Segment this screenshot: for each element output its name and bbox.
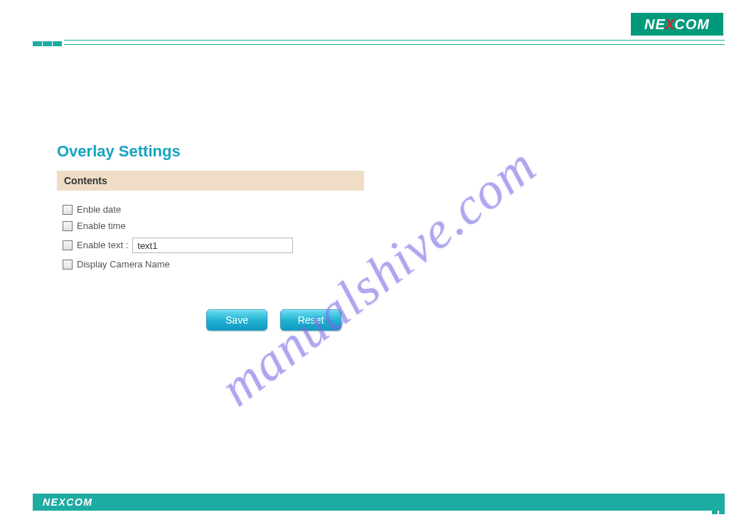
page-title: Overlay Settings [57, 142, 370, 161]
enable-date-checkbox[interactable] [63, 205, 73, 215]
display-camera-name-row: Display Camera Name [57, 260, 370, 270]
enable-text-row: Enable text : [57, 238, 370, 253]
enable-text-label: Enable text : [77, 240, 128, 250]
display-camera-name-checkbox[interactable] [63, 260, 73, 270]
button-row: Save Reset [206, 309, 341, 331]
footer-logo-text: NEXCOM [43, 496, 92, 508]
enable-text-input[interactable] [132, 238, 293, 253]
brand-logo: NEXCOM [631, 13, 723, 36]
enable-time-row: Enable time [57, 221, 370, 231]
enable-time-checkbox[interactable] [63, 221, 73, 231]
enable-text-checkbox[interactable] [63, 240, 73, 250]
top-divider [33, 40, 725, 46]
brand-logo-text: NEXCOM [644, 16, 710, 33]
enable-date-label: Enble date [77, 205, 121, 215]
reset-button[interactable]: Reset [280, 309, 341, 331]
section-header: Contents [57, 171, 364, 191]
footer-decor-icon [712, 501, 725, 514]
display-camera-name-label: Display Camera Name [77, 260, 170, 270]
enable-time-label: Enable time [77, 221, 126, 231]
enable-date-row: Enble date [57, 205, 370, 215]
header: NEXCOM [0, 0, 756, 40]
footer-bar: NEXCOM [33, 494, 725, 511]
main-content: Overlay Settings Contents Enble date Ena… [57, 142, 370, 276]
save-button[interactable]: Save [206, 309, 267, 331]
